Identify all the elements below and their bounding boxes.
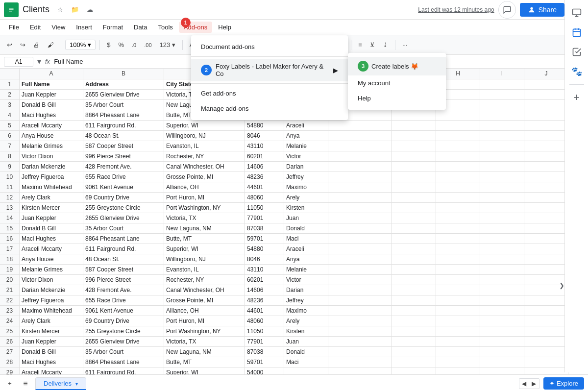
- cell-j14[interactable]: [524, 213, 568, 223]
- cell-h12[interactable]: [436, 193, 480, 202]
- cell-j23[interactable]: [524, 306, 568, 316]
- cell-c19[interactable]: Evanston, IL: [164, 265, 245, 274]
- row-number[interactable]: 17: [0, 244, 20, 254]
- cell-e9[interactable]: Darian: [284, 162, 328, 172]
- row-number[interactable]: 28: [0, 357, 20, 367]
- row-number[interactable]: 22: [0, 295, 20, 305]
- cell-j28[interactable]: [524, 357, 568, 367]
- wrap-text-button[interactable]: ⤸: [380, 39, 391, 50]
- cell-h20[interactable]: [436, 275, 480, 285]
- cell-f21[interactable]: [328, 285, 392, 295]
- cell-a15[interactable]: Donald B Gill: [20, 223, 83, 233]
- cell-b14[interactable]: 2655 Glenview Drive: [83, 213, 164, 223]
- cell-a11[interactable]: Maximo Whitehead: [20, 182, 83, 192]
- cell-d8[interactable]: 60201: [245, 151, 284, 161]
- row-number[interactable]: 13: [0, 203, 20, 213]
- cell-b18[interactable]: 48 Ocean St.: [83, 254, 164, 264]
- cell-b24[interactable]: 69 Country Drive: [83, 316, 164, 326]
- cell-c14[interactable]: Victoria, TX: [164, 213, 245, 223]
- cell-j4[interactable]: [524, 110, 568, 120]
- cell-j22[interactable]: [524, 295, 568, 305]
- cell-j15[interactable]: [524, 223, 568, 233]
- sheets-menu-button[interactable]: ≡: [20, 378, 31, 390]
- row-number[interactable]: 14: [0, 213, 20, 223]
- row-number[interactable]: 15: [0, 223, 20, 233]
- cell-i7[interactable]: [480, 141, 524, 151]
- cell-j6[interactable]: [524, 131, 568, 141]
- cell-j27[interactable]: [524, 347, 568, 357]
- cell-h16[interactable]: [436, 234, 480, 244]
- cell-b12[interactable]: 69 Country Drive: [83, 193, 164, 202]
- star-icon[interactable]: ☆: [54, 4, 66, 16]
- cell-e10[interactable]: Jeffrey: [284, 172, 328, 182]
- format-decimal-more-button[interactable]: .00: [141, 40, 154, 50]
- cell-f23[interactable]: [328, 306, 392, 316]
- cell-f13[interactable]: [328, 203, 392, 213]
- cell-d20[interactable]: 60201: [245, 275, 284, 285]
- menu-data[interactable]: Data: [129, 22, 152, 33]
- format-decimal-less-button[interactable]: .0: [129, 40, 139, 50]
- cell-i14[interactable]: [480, 213, 524, 223]
- cell-b22[interactable]: 655 Race Drive: [83, 295, 164, 305]
- cell-a9[interactable]: Darian Mckenzie: [20, 162, 83, 172]
- cell-g8[interactable]: [392, 151, 436, 161]
- cell-f24[interactable]: [328, 316, 392, 326]
- format-dollar-button[interactable]: $: [104, 39, 113, 50]
- cell-i12[interactable]: [480, 193, 524, 202]
- cell-a24[interactable]: Arely Clark: [20, 316, 83, 326]
- cell-i21[interactable]: [480, 285, 524, 295]
- cell-i11[interactable]: [480, 182, 524, 192]
- cell-d16[interactable]: 59701: [245, 234, 284, 244]
- cell-g21[interactable]: [392, 285, 436, 295]
- row-number[interactable]: 10: [0, 172, 20, 182]
- cell-c6[interactable]: Willingboro, NJ: [164, 131, 245, 141]
- cell-b23[interactable]: 9061 Kent Avenue: [83, 306, 164, 316]
- scroll-left-button[interactable]: ◀: [519, 379, 529, 389]
- cell-a25[interactable]: Kirsten Mercer: [20, 326, 83, 336]
- row-number[interactable]: 3: [0, 100, 20, 110]
- cell-d15[interactable]: 87038: [245, 223, 284, 233]
- row-number[interactable]: 21: [0, 285, 20, 295]
- cell-g17[interactable]: [392, 244, 436, 254]
- cell-i6[interactable]: [480, 131, 524, 141]
- cell-e26[interactable]: Juan: [284, 337, 328, 346]
- cell-e28[interactable]: Maci: [284, 357, 328, 367]
- expand-right-icon[interactable]: ❯: [559, 282, 564, 289]
- col-header-i[interactable]: I: [480, 69, 524, 79]
- cell-c7[interactable]: Evanston, IL: [164, 141, 245, 151]
- row-number[interactable]: 4: [0, 110, 20, 120]
- cell-h8[interactable]: [436, 151, 480, 161]
- cell-e22[interactable]: Jeffrey: [284, 295, 328, 305]
- cell-b7[interactable]: 587 Cooper Street: [83, 141, 164, 151]
- cell-c9[interactable]: Canal Winchester, OH: [164, 162, 245, 172]
- cell-e12[interactable]: Arely: [284, 193, 328, 202]
- cell-i10[interactable]: [480, 172, 524, 182]
- cell-b28[interactable]: 8864 Pheasant Lane: [83, 357, 164, 367]
- cell-b4[interactable]: 8864 Pheasant Lane: [83, 110, 164, 120]
- cell-j12[interactable]: [524, 193, 568, 202]
- row-number[interactable]: 26: [0, 337, 20, 346]
- cell-c27[interactable]: New Laguna, NM: [164, 347, 245, 357]
- cell-j1[interactable]: [524, 79, 568, 89]
- cell-c20[interactable]: Rochester, NY: [164, 275, 245, 285]
- cell-g4[interactable]: [392, 110, 436, 120]
- row-number[interactable]: 5: [0, 121, 20, 130]
- manage-addons-item[interactable]: Manage add-ons: [191, 101, 348, 116]
- cell-f6[interactable]: [328, 131, 392, 141]
- cell-b6[interactable]: 48 Ocean St.: [83, 131, 164, 141]
- cell-b26[interactable]: 2655 Glenview Drive: [83, 337, 164, 346]
- cell-h18[interactable]: [436, 254, 480, 264]
- folder-icon[interactable]: 📁: [69, 4, 81, 16]
- cell-b5[interactable]: 611 Fairground Rd.: [83, 121, 164, 130]
- cell-b13[interactable]: 255 Greystone Circle: [83, 203, 164, 213]
- row-number[interactable]: 12: [0, 193, 20, 202]
- paw-sidebar-icon[interactable]: 🐾: [568, 63, 586, 80]
- menu-view[interactable]: View: [47, 22, 70, 33]
- cell-a29[interactable]: Araceli Mccarty: [20, 368, 83, 374]
- cell-b10[interactable]: 655 Race Drive: [83, 172, 164, 182]
- cell-f25[interactable]: [328, 326, 392, 336]
- comments-icon[interactable]: [498, 1, 516, 19]
- cell-g26[interactable]: [392, 337, 436, 346]
- cell-e24[interactable]: Arely: [284, 316, 328, 326]
- cell-g15[interactable]: [392, 223, 436, 233]
